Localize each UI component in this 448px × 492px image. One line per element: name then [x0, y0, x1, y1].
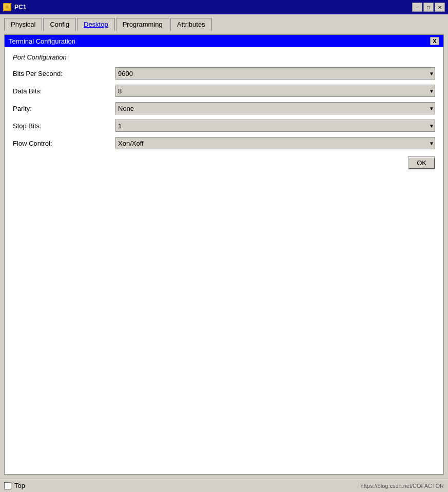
minimize-button[interactable]: –	[412, 3, 422, 12]
flow-control-row: Flow Control: Xon/Xoff None Hardware ▼	[13, 137, 435, 149]
svg-point-2	[6, 6, 9, 9]
panel-close-button[interactable]: X	[430, 37, 439, 45]
tab-programming[interactable]: Programming	[116, 18, 169, 31]
ok-button[interactable]: OK	[408, 156, 435, 169]
stop-bits-select[interactable]: 1 1.5 2	[115, 120, 435, 132]
content-area: Terminal Configuration X Port Configurat…	[0, 30, 448, 479]
app-icon	[3, 3, 11, 11]
tab-physical[interactable]: Physical	[4, 18, 42, 31]
bits-per-second-wrapper: 9600 1200 2400 4800 19200 38400 57600 11…	[115, 67, 435, 80]
title-bar: PC1 – □ ✕	[0, 0, 448, 14]
data-bits-row: Data Bits: 8 5 6 7 ▼	[13, 85, 435, 97]
panel-title: Terminal Configuration	[9, 37, 75, 45]
tab-desktop[interactable]: Desktop	[77, 18, 115, 31]
data-bits-wrapper: 8 5 6 7 ▼	[115, 85, 435, 97]
flow-control-wrapper: Xon/Xoff None Hardware ▼	[115, 137, 435, 149]
stop-bits-wrapper: 1 1.5 2 ▼	[115, 120, 435, 132]
bits-per-second-label: Bits Per Second:	[13, 70, 115, 77]
terminal-config-panel: Terminal Configuration X Port Configurat…	[4, 34, 444, 475]
stop-bits-label: Stop Bits:	[13, 122, 115, 130]
title-bar-left: PC1	[3, 3, 26, 11]
tab-bar: Physical Config Desktop Programming Attr…	[0, 14, 448, 30]
status-left: Top	[4, 482, 25, 489]
parity-label: Parity:	[13, 105, 115, 112]
tab-attributes[interactable]: Attributes	[170, 18, 212, 31]
bits-per-second-select[interactable]: 9600 1200 2400 4800 19200 38400 57600 11…	[115, 67, 435, 80]
parity-wrapper: None Even Odd Mark Space ▼	[115, 102, 435, 114]
status-bar: Top https://blog.csdn.net/COFACTOR	[0, 479, 448, 492]
top-label: Top	[14, 482, 25, 489]
window-title: PC1	[14, 4, 26, 11]
top-checkbox[interactable]	[4, 482, 11, 489]
bits-per-second-row: Bits Per Second: 9600 1200 2400 4800 192…	[13, 67, 435, 80]
main-content: Physical Config Desktop Programming Attr…	[0, 14, 448, 479]
close-button[interactable]: ✕	[435, 3, 445, 12]
panel-header: Terminal Configuration X	[5, 35, 443, 47]
parity-row: Parity: None Even Odd Mark Space ▼	[13, 102, 435, 114]
status-url: https://blog.csdn.net/COFACTOR	[361, 483, 444, 489]
parity-select[interactable]: None Even Odd Mark Space	[115, 102, 435, 114]
stop-bits-row: Stop Bits: 1 1.5 2 ▼	[13, 120, 435, 132]
panel-body: Port Configuration Bits Per Second: 9600…	[5, 47, 443, 474]
title-bar-controls: – □ ✕	[412, 3, 445, 12]
data-bits-select[interactable]: 8 5 6 7	[115, 85, 435, 97]
flow-control-select[interactable]: Xon/Xoff None Hardware	[115, 137, 435, 149]
button-row: OK	[13, 154, 435, 173]
section-title: Port Configuration	[13, 53, 435, 61]
maximize-button[interactable]: □	[423, 3, 434, 12]
data-bits-label: Data Bits:	[13, 87, 115, 95]
flow-control-label: Flow Control:	[13, 140, 115, 147]
tab-config[interactable]: Config	[43, 18, 76, 31]
